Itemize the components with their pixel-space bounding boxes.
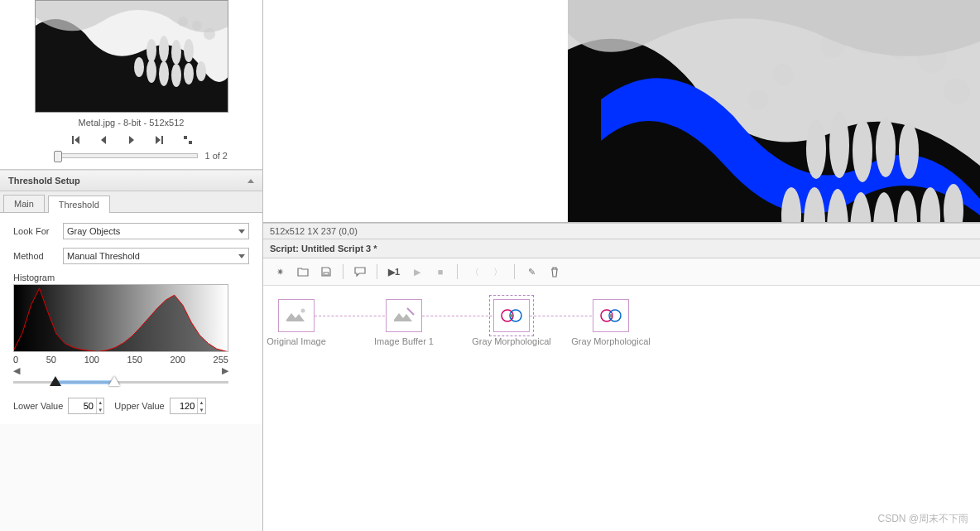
open-icon[interactable] [295, 263, 311, 280]
spin-up-icon[interactable]: ▲ [198, 398, 204, 406]
spin-up-icon[interactable]: ▲ [97, 398, 103, 406]
svg-point-41 [772, 64, 794, 85]
prev-step-icon[interactable]: 〈 [466, 263, 483, 280]
lower-handle[interactable] [50, 376, 61, 386]
delete-icon[interactable] [546, 263, 563, 280]
threshold-tabs: Main Threshold [0, 191, 262, 213]
next-button[interactable] [124, 134, 139, 146]
histogram-chart [13, 284, 228, 352]
script-node-original-image[interactable]: Original Image [278, 299, 315, 332]
image-canvas[interactable] [263, 0, 980, 223]
svg-point-10 [196, 61, 206, 81]
script-node-gray-morph-2[interactable]: Gray Morphological [593, 299, 629, 332]
svg-point-4 [184, 39, 194, 62]
upper-value-input[interactable]: ▲▼ [170, 398, 206, 414]
lower-value-input[interactable]: ▲▼ [68, 398, 104, 414]
svg-point-6 [147, 60, 156, 83]
layout-button[interactable] [180, 134, 195, 146]
svg-rect-14 [184, 136, 187, 139]
svg-point-19 [853, 119, 872, 182]
watermark: CSDN @周末不下雨 [877, 512, 968, 526]
run-step-icon[interactable]: ▶1 [386, 263, 402, 280]
svg-point-18 [829, 112, 849, 178]
method-label: Method [13, 251, 63, 261]
histogram-label: Histogram [13, 273, 249, 282]
svg-point-40 [944, 78, 970, 104]
svg-point-2 [159, 36, 169, 62]
script-canvas[interactable]: Original Image Image Buffer 1 Gray Morph… [263, 286, 980, 531]
edit-icon[interactable]: ✎ [523, 263, 540, 280]
thumbnail-image[interactable] [35, 0, 228, 113]
svg-point-9 [184, 63, 194, 84]
image-status-bar: 512x512 1X 237 (0,0) [263, 223, 980, 239]
play-icon[interactable]: ▶ [409, 263, 425, 280]
tab-threshold[interactable]: Threshold [48, 196, 110, 213]
script-node-image-buffer[interactable]: Image Buffer 1 [386, 299, 422, 332]
tab-main[interactable]: Main [3, 195, 45, 212]
svg-point-42 [748, 89, 768, 109]
svg-point-21 [899, 123, 919, 179]
collapse-icon [247, 179, 254, 183]
image-preview-panel: Metal.jpg - 8-bit - 512x512 1 of 2 [0, 0, 262, 170]
svg-point-7 [159, 61, 169, 86]
svg-rect-51 [324, 273, 329, 275]
page-label: 1 of 2 [204, 151, 228, 161]
method-dropdown[interactable]: Manual Threshold [63, 248, 249, 264]
histogram-axis: 0 50 100 150 200 255 [13, 355, 228, 364]
chevron-down-icon [238, 254, 245, 258]
svg-point-3 [171, 40, 181, 65]
threshold-panel-header[interactable]: Threshold Setup [0, 170, 262, 191]
threshold-range-slider[interactable] [13, 378, 228, 386]
threshold-panel-title: Threshold Setup [8, 176, 80, 186]
script-toolbar: ✷ ▶1 ▶ ■ 〈 〉 ✎ [263, 258, 980, 286]
prev-button[interactable] [96, 134, 111, 146]
first-button[interactable] [68, 134, 83, 146]
frame-slider[interactable] [55, 153, 198, 158]
thumbnail-caption: Metal.jpg - 8-bit - 512x512 [0, 118, 262, 128]
look-for-dropdown[interactable]: Gray Objects [63, 223, 249, 239]
stop-icon[interactable]: ■ [432, 263, 449, 280]
main-image[interactable] [568, 0, 980, 222]
svg-point-53 [301, 309, 305, 313]
upper-value-label: Upper Value [114, 401, 164, 411]
next-step-icon[interactable]: 〉 [489, 263, 506, 280]
svg-point-60 [609, 314, 612, 317]
svg-point-1 [147, 39, 156, 62]
upper-handle[interactable] [108, 376, 120, 386]
chevron-down-icon [238, 229, 245, 234]
svg-rect-54 [392, 307, 416, 325]
lower-value-label: Lower Value [13, 401, 63, 411]
spin-down-icon[interactable]: ▼ [97, 406, 103, 413]
save-icon[interactable] [318, 263, 334, 280]
look-for-label: Look For [13, 226, 63, 236]
comment-icon[interactable] [352, 263, 368, 280]
svg-point-8 [171, 64, 181, 87]
spin-down-icon[interactable]: ▼ [198, 406, 204, 413]
svg-rect-15 [189, 141, 192, 144]
last-button[interactable] [152, 134, 167, 146]
script-window-title: Script: Untitled Script 3 * [263, 239, 980, 258]
svg-point-57 [510, 314, 513, 317]
preview-nav [0, 134, 262, 146]
new-icon[interactable]: ✷ [271, 263, 288, 280]
svg-point-5 [134, 57, 144, 77]
svg-point-20 [876, 118, 896, 177]
svg-point-17 [806, 119, 826, 179]
script-node-gray-morph-1[interactable]: Gray Morphological [493, 299, 530, 332]
